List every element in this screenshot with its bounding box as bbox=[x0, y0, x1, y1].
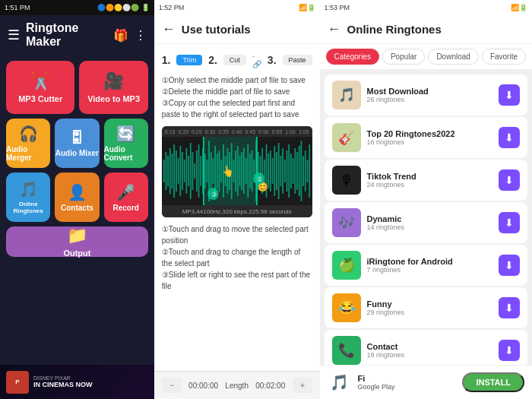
ringtone-thumb: 🎶 bbox=[332, 208, 361, 237]
ringtone-thumb: 📞 bbox=[332, 336, 361, 365]
panel2-footer: － 00:00:00 Length 00:02:00 ＋ bbox=[154, 371, 320, 399]
svg-rect-7 bbox=[176, 150, 177, 192]
hamburger-menu[interactable]: ☰ bbox=[8, 27, 20, 43]
svg-rect-61 bbox=[286, 150, 287, 192]
ringtone-count: 24 ringtones bbox=[367, 181, 492, 188]
minus-btn[interactable]: － bbox=[162, 378, 182, 393]
audio-mixer-button[interactable]: 🎛 Audio Mixer bbox=[55, 119, 99, 168]
tab-download[interactable]: Download bbox=[428, 49, 478, 65]
install-button[interactable]: INSTALL bbox=[462, 372, 524, 392]
gift-icon[interactable]: 🎁 bbox=[113, 28, 128, 43]
download-button[interactable]: ⬇ bbox=[499, 84, 520, 106]
svg-rect-59 bbox=[282, 148, 283, 194]
list-item[interactable]: 😂 Funny 29 ringtones ⬇ bbox=[325, 287, 527, 328]
top-row: ✂️ MP3 Cutter 🎥 Video to MP3 bbox=[6, 61, 148, 114]
list-item[interactable]: 🎶 Dynamic 14 ringtones ⬇ bbox=[325, 202, 527, 243]
plus-btn[interactable]: ＋ bbox=[293, 378, 312, 393]
output-button[interactable]: 📁 Output bbox=[6, 226, 148, 257]
convert-icon: 🔄 bbox=[116, 125, 135, 143]
tutorial-steps: 1. Trim 2. Cut - 🔗 3. Paste bbox=[162, 52, 312, 68]
svg-rect-13 bbox=[188, 156, 189, 186]
svg-rect-2 bbox=[165, 152, 166, 190]
svg-rect-63 bbox=[290, 154, 292, 188]
ringtone-name: Dynamic bbox=[367, 214, 492, 223]
time-2: 1:52 PM bbox=[159, 4, 185, 11]
download-button[interactable]: ⬇ bbox=[499, 127, 520, 148]
tab-favorite[interactable]: Favorite bbox=[482, 49, 526, 65]
step1-trim[interactable]: Trim bbox=[176, 55, 202, 65]
ringtone-count: 29 ringtones bbox=[367, 309, 492, 316]
end-time: 00:02:00 bbox=[255, 382, 285, 390]
step3-paste[interactable]: Paste bbox=[283, 55, 312, 65]
download-button[interactable]: ⬇ bbox=[499, 340, 520, 361]
instruction-2-1: ①Touch and drag to move the selected par… bbox=[162, 223, 312, 246]
instruction-1-2: ②Delete the middle part of file to save bbox=[162, 86, 312, 97]
svg-rect-52 bbox=[268, 154, 269, 188]
svg-rect-65 bbox=[294, 148, 296, 194]
ringtone-thumb: 🎙 bbox=[332, 166, 361, 195]
download-button[interactable]: ⬇ bbox=[499, 169, 520, 191]
svg-rect-70 bbox=[305, 150, 306, 192]
svg-rect-12 bbox=[185, 148, 187, 194]
svg-rect-17 bbox=[196, 150, 198, 192]
svg-rect-9 bbox=[179, 146, 181, 196]
download-button[interactable]: ⬇ bbox=[499, 297, 520, 318]
tab-categories[interactable]: Categories bbox=[326, 49, 379, 65]
svg-rect-16 bbox=[194, 163, 195, 179]
list-item[interactable]: 📞 Contact 19 ringtones ⬇ bbox=[325, 330, 527, 365]
time-3: 1:53 PM bbox=[325, 4, 350, 11]
status-icons-1: 🔵🟠🟡⚪🟢 🔋 bbox=[97, 4, 150, 11]
panel3-footer: 🎵 Fi Google Play INSTALL bbox=[320, 365, 532, 399]
panel-tutorials: 1:52 PM 📶🔋 ← Use tutorials 1. Trim 2. Cu… bbox=[154, 0, 320, 399]
waveform-timeline: 0:150:200:250:300:35 0:400:450:500:551:0… bbox=[162, 126, 312, 137]
back-button-2[interactable]: ← bbox=[162, 21, 176, 37]
svg-rect-74 bbox=[203, 137, 204, 205]
svg-rect-60 bbox=[284, 160, 286, 182]
mp3-cutter-button[interactable]: ✂️ MP3 Cutter bbox=[6, 61, 74, 114]
svg-rect-71 bbox=[306, 160, 308, 182]
length-label: Length bbox=[225, 382, 249, 390]
download-button[interactable]: ⬇ bbox=[499, 212, 520, 233]
waveform-container[interactable]: 0:150:200:250:300:35 0:400:450:500:551:0… bbox=[162, 126, 312, 217]
status-bar-3: 1:53 PM 📶🔋 bbox=[320, 0, 532, 15]
back-button-3[interactable]: ← bbox=[328, 21, 341, 37]
panel-ringtone-maker: 1:51 PM 🔵🟠🟡⚪🟢 🔋 ☰ Ringtone Maker 🎁 ⋮ ✂️ … bbox=[0, 0, 154, 399]
svg-rect-68 bbox=[300, 141, 302, 201]
more-icon[interactable]: ⋮ bbox=[135, 28, 147, 43]
tab-popular[interactable]: Popular bbox=[382, 49, 425, 65]
audio-convert-button[interactable]: 🔄 Audio Convert bbox=[104, 119, 148, 168]
online-ringtones-button[interactable]: 🎵 Online Ringtones bbox=[6, 173, 50, 222]
step2-cut[interactable]: Cut bbox=[223, 55, 246, 65]
ringtone-info: Dynamic 14 ringtones bbox=[367, 214, 492, 231]
list-item[interactable]: 🎵 Most Download 26 ringtones ⬇ bbox=[325, 74, 527, 116]
ringtone-count: 19 ringtones bbox=[367, 351, 492, 359]
record-label: Record bbox=[112, 204, 138, 212]
svg-rect-54 bbox=[272, 158, 274, 184]
panel3-header: ← Online Ringtones bbox=[320, 15, 532, 44]
status-icons-3: 📶🔋 bbox=[511, 4, 527, 11]
ringtone-thumb: 🎵 bbox=[332, 81, 361, 109]
record-button[interactable]: 🎤 Record bbox=[104, 173, 148, 222]
person-icon: 👤 bbox=[68, 183, 87, 201]
instruction-2-2: ②Touch and drag to change the length of … bbox=[162, 246, 312, 269]
ringtone-info: iRingtone for Android 7 ringtones bbox=[367, 257, 492, 274]
status-icons-2: 📶🔋 bbox=[299, 4, 315, 11]
svg-rect-72 bbox=[309, 144, 310, 198]
list-item[interactable]: 🎙 Tiktok Trend 24 ringtones ⬇ bbox=[325, 160, 527, 201]
svg-rect-75 bbox=[256, 137, 258, 205]
status-bar-2: 1:52 PM 📶🔋 bbox=[154, 0, 320, 15]
app-icon: 🎵 bbox=[328, 370, 352, 394]
contacts-button[interactable]: 👤 Contacts bbox=[55, 173, 99, 222]
svg-rect-6 bbox=[173, 144, 175, 198]
ad-banner[interactable]: P DISNEY PIXAR IN CINEMAS NOW bbox=[0, 365, 154, 399]
panel2-header: ← Use tutorials bbox=[154, 15, 320, 44]
audio-merger-button[interactable]: 🎧 Audio Merger bbox=[6, 119, 50, 168]
header-icons: 🎁 ⋮ bbox=[113, 28, 147, 43]
panel-online-ringtones: 1:53 PM 📶🔋 ← Online Ringtones Categories… bbox=[320, 0, 532, 399]
list-item[interactable]: 🍏 iRingtone for Android 7 ringtones ⬇ bbox=[325, 245, 527, 286]
svg-rect-19 bbox=[200, 156, 201, 186]
video-to-mp3-button[interactable]: 🎥 Video to MP3 bbox=[79, 61, 147, 114]
download-button[interactable]: ⬇ bbox=[499, 255, 520, 276]
ringtone-list: 🎵 Most Download 26 ringtones ⬇ 🎸 Top 20 … bbox=[320, 70, 532, 365]
list-item[interactable]: 🎸 Top 20 Ringtones2022 16 ringtones ⬇ bbox=[325, 117, 527, 158]
